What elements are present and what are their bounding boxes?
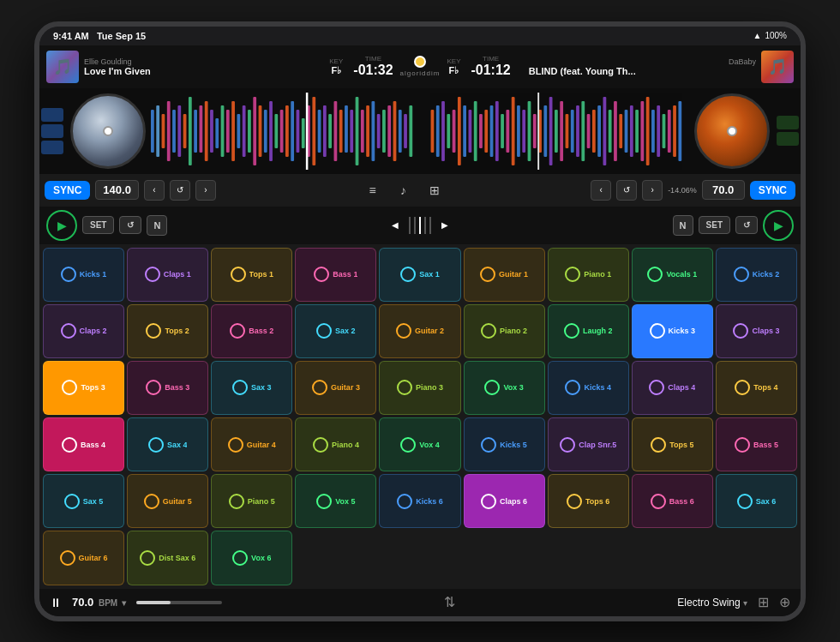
- loop-btn-r2[interactable]: [777, 132, 799, 146]
- svg-rect-76: [571, 110, 574, 153]
- pad-guitar-2[interactable]: Guitar 2: [379, 304, 460, 358]
- pad-piano-6[interactable]: Dist Sax 6: [127, 531, 208, 585]
- pad-sax-4[interactable]: Sax 4: [127, 417, 208, 471]
- pad-bass-5[interactable]: Bass 5: [716, 417, 797, 471]
- pad-claps-4[interactable]: Claps 4: [632, 361, 713, 415]
- deck-left-bpm[interactable]: 140.0: [95, 180, 139, 200]
- pad-guitar-4[interactable]: Guitar 4: [211, 417, 292, 471]
- nav-left-loop[interactable]: ↺: [170, 180, 190, 201]
- play-button-right[interactable]: ▶: [763, 210, 794, 241]
- pad-tops-2[interactable]: Tops 2: [127, 304, 208, 358]
- sync-button-left[interactable]: SYNC: [45, 181, 90, 200]
- pad-vocals-2[interactable]: Laugh 2: [548, 304, 629, 358]
- svg-rect-42: [377, 114, 381, 148]
- loop-btn-3[interactable]: [41, 141, 63, 154]
- pad-kicks-6[interactable]: Kicks 6: [379, 474, 460, 528]
- loop-btn-r1[interactable]: [777, 116, 799, 129]
- pad-piano-4[interactable]: Piano 4: [295, 417, 376, 471]
- pad-ring-kicks-4: [565, 380, 580, 395]
- pad-claps-3[interactable]: Claps 3: [716, 304, 797, 358]
- turntable-left[interactable]: [70, 93, 146, 169]
- nav-right-prev[interactable]: ‹: [591, 180, 611, 201]
- genre-label[interactable]: Electro Swing ▾: [677, 597, 747, 609]
- play-button-left[interactable]: ▶: [46, 210, 77, 241]
- pad-claps-6[interactable]: Claps 6: [464, 474, 545, 528]
- svg-rect-52: [441, 101, 445, 161]
- pad-sax-6[interactable]: Sax 6: [716, 474, 797, 528]
- transport-next[interactable]: ▶: [435, 215, 455, 236]
- pad-sax-3[interactable]: Sax 3: [211, 361, 292, 415]
- set-button-left[interactable]: SET: [82, 216, 114, 234]
- nav-right-loop[interactable]: ↺: [616, 180, 637, 201]
- deck-left-artist: Ellie Goulding: [84, 57, 324, 66]
- pad-tops-4[interactable]: Tops 4: [716, 361, 797, 415]
- pad-kicks-3[interactable]: Kicks 3: [632, 304, 713, 358]
- music-icon[interactable]: ♪: [392, 178, 416, 202]
- pad-sax-5[interactable]: Sax 5: [43, 474, 124, 528]
- deck-right-bpm[interactable]: 70.0: [702, 180, 745, 200]
- bpm-slider[interactable]: [136, 601, 222, 604]
- pad-bass-6[interactable]: Bass 6: [632, 474, 713, 528]
- pad-kicks-4[interactable]: Kicks 4: [548, 361, 629, 415]
- waveform-canvas[interactable]: [151, 93, 689, 170]
- pad-bass-3[interactable]: Bass 3: [127, 361, 208, 415]
- pad-piano-1[interactable]: Piano 1: [548, 248, 629, 302]
- pad-claps-1[interactable]: Claps 1: [127, 248, 208, 302]
- n-button-right[interactable]: N: [673, 215, 693, 236]
- loop-btn-2[interactable]: [41, 124, 63, 138]
- pad-claps-2[interactable]: Claps 2: [43, 304, 124, 358]
- sync-button-right[interactable]: SYNC: [750, 181, 795, 200]
- eq-icon[interactable]: ≡: [361, 178, 385, 202]
- pad-sax-1[interactable]: Sax 1: [379, 248, 460, 302]
- pad-tops-3[interactable]: Tops 3: [43, 361, 124, 415]
- pause-button[interactable]: ⏸: [50, 596, 62, 609]
- pad-tops-1[interactable]: Tops 1: [211, 248, 292, 302]
- turntable-right[interactable]: [694, 93, 770, 169]
- status-right: ▲ 100%: [753, 31, 787, 40]
- pad-claps-5[interactable]: Clap Snr.5: [548, 417, 629, 471]
- pad-piano-5[interactable]: Piano 5: [211, 474, 292, 528]
- svg-rect-94: [668, 110, 671, 153]
- loop-button-right[interactable]: ↺: [735, 216, 758, 234]
- pad-ring-piano-5: [229, 494, 244, 509]
- pad-vocals-4[interactable]: Vox 4: [379, 417, 460, 471]
- pad-vocals-3[interactable]: Vox 3: [464, 361, 545, 415]
- pad-vocals-6[interactable]: Vox 6: [211, 531, 292, 585]
- grid-view-icon[interactable]: ⊞: [758, 594, 769, 610]
- svg-rect-86: [625, 110, 628, 153]
- add-icon[interactable]: ⊕: [779, 594, 790, 610]
- loop-btn-1[interactable]: [41, 108, 63, 122]
- grid-icon[interactable]: ⊞: [423, 178, 447, 202]
- pad-sax-2[interactable]: Sax 2: [295, 304, 376, 358]
- pad-guitar-5[interactable]: Guitar 5: [127, 474, 208, 528]
- pad-guitar-1[interactable]: Guitar 1: [464, 248, 545, 302]
- transport-prev[interactable]: ◀: [385, 215, 405, 236]
- pad-tops-6[interactable]: Tops 6: [548, 474, 629, 528]
- loop-button-left[interactable]: ↺: [119, 216, 141, 234]
- pad-guitar-3[interactable]: Guitar 3: [295, 361, 376, 415]
- svg-rect-21: [264, 110, 267, 153]
- pad-vocals-5[interactable]: Vox 5: [295, 474, 376, 528]
- pad-ring-guitar-6: [60, 550, 75, 566]
- nav-left-next[interactable]: ›: [195, 180, 216, 201]
- pad-bass-1[interactable]: Bass 1: [295, 248, 376, 302]
- n-button-left[interactable]: N: [147, 215, 167, 236]
- pad-piano-2[interactable]: Piano 2: [464, 304, 545, 358]
- pad-kicks-5[interactable]: Kicks 5: [464, 417, 545, 471]
- pad-bass-4[interactable]: Bass 4: [43, 417, 124, 471]
- center-controls: ≡ ♪ ⊞: [221, 178, 585, 202]
- nav-left-prev[interactable]: ‹: [144, 180, 165, 201]
- mixer-icon[interactable]: ⇅: [444, 594, 455, 610]
- pad-kicks-2[interactable]: Kicks 2: [716, 248, 797, 302]
- pad-vocals-1[interactable]: Vocals 1: [632, 248, 713, 302]
- pad-piano-3[interactable]: Piano 3: [379, 361, 460, 415]
- pad-kicks-1[interactable]: Kicks 1: [43, 248, 124, 302]
- pad-bass-2[interactable]: Bass 2: [211, 304, 292, 358]
- pad-tops-5[interactable]: Tops 5: [632, 417, 713, 471]
- nav-right-next[interactable]: ›: [642, 180, 663, 201]
- svg-rect-58: [474, 101, 477, 161]
- svg-rect-34: [334, 101, 338, 161]
- set-button-right[interactable]: SET: [699, 216, 730, 234]
- pad-guitar-6[interactable]: Guitar 6: [43, 531, 124, 585]
- pad-ring-sax-1: [400, 267, 416, 282]
